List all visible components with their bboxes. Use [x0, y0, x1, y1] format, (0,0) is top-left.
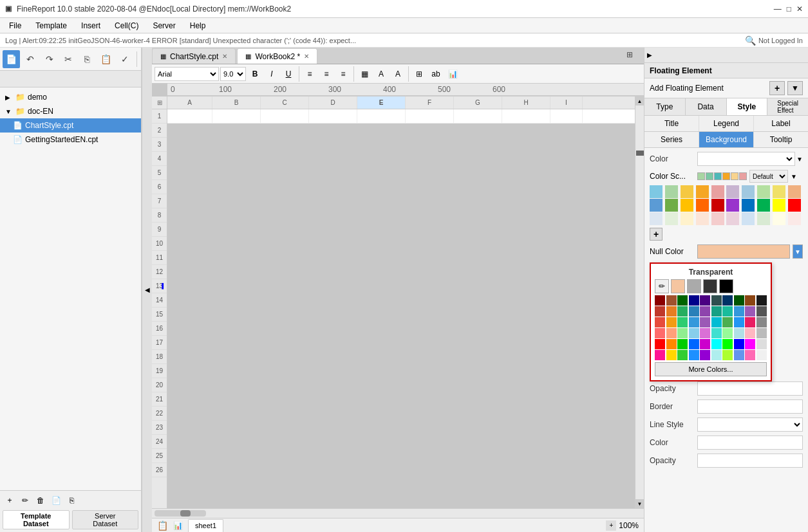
h-scrollbar[interactable]	[152, 509, 644, 518]
line-style-select[interactable]	[697, 417, 803, 432]
font-color-btn[interactable]: A	[390, 67, 406, 81]
right-panel-collapse[interactable]: ▶	[644, 48, 808, 63]
palette-swatch-8[interactable]	[773, 185, 785, 198]
tree-item-demo[interactable]: ▶ 📁 demo	[0, 90, 141, 104]
opacity-input-1[interactable]	[697, 381, 803, 396]
cell-G1[interactable]	[454, 109, 502, 124]
subtab-label[interactable]: Label	[754, 116, 808, 131]
cp-swatch-56[interactable]	[722, 350, 733, 360]
palette-swatch-6[interactable]	[742, 185, 755, 198]
cp-swatch-0[interactable]	[655, 295, 665, 306]
palette-swatch-17[interactable]	[757, 199, 770, 212]
palette-swatch-5[interactable]	[726, 185, 739, 198]
cp-swatch-24[interactable]	[700, 317, 710, 327]
cp-swatch-54[interactable]	[700, 350, 710, 360]
tree-item-chartstyle[interactable]: 📄 ChartStyle.cpt	[0, 118, 141, 133]
cp-swatch-50[interactable]	[655, 350, 665, 360]
subtab-background[interactable]: Background	[699, 132, 754, 147]
cp-swatch-14[interactable]	[700, 306, 710, 316]
tab-close-workbook2[interactable]: ✕	[304, 53, 309, 60]
left-collapse-btn[interactable]: ◀	[142, 48, 152, 532]
delete-dataset-btn[interactable]: 🗑	[33, 493, 48, 508]
cp-swatch-21[interactable]	[666, 317, 677, 327]
close-btn[interactable]: ✕	[796, 5, 803, 14]
cp-swatch-4[interactable]	[700, 295, 710, 306]
minimize-btn[interactable]: —	[774, 5, 782, 14]
palette-swatch-20[interactable]	[650, 212, 662, 225]
tab-style[interactable]: Style	[727, 98, 768, 115]
scroll-up-btn[interactable]: ▲	[635, 96, 644, 105]
palette-swatch-25[interactable]	[726, 212, 739, 225]
col-header-F[interactable]: F	[406, 96, 454, 109]
menu-template[interactable]: Template	[29, 20, 73, 32]
palette-swatch-24[interactable]	[711, 212, 724, 225]
cp-swatch-17[interactable]	[734, 306, 744, 316]
cell-D1[interactable]	[309, 109, 357, 124]
palette-swatch-22[interactable]	[681, 212, 693, 225]
tab-workbook2[interactable]: ▦ WorkBook2 * ✕	[237, 48, 317, 64]
fill-color-btn[interactable]: A	[373, 67, 389, 81]
v-scrollbar[interactable]: ▲ ▼	[635, 96, 644, 508]
col-header-I[interactable]: I	[550, 96, 583, 109]
palette-swatch-21[interactable]	[665, 212, 678, 225]
window-controls[interactable]: — □ ✕	[774, 5, 803, 14]
palette-swatch-26[interactable]	[742, 212, 755, 225]
cp-swatch-45[interactable]	[711, 339, 722, 349]
cp-swatch-37[interactable]	[734, 328, 744, 338]
add-floating-btn[interactable]: +	[769, 81, 785, 95]
palette-swatch-29[interactable]	[788, 212, 801, 225]
underline-btn[interactable]: U	[281, 67, 296, 81]
cp-swatch-8[interactable]	[745, 295, 755, 306]
sheet1-tab[interactable]: sheet1	[188, 519, 223, 532]
swatch-5[interactable]	[731, 172, 738, 180]
tab-chartstyle[interactable]: ▦ ChartStyle.cpt ✕	[152, 48, 236, 64]
menu-file[interactable]: File	[3, 20, 28, 32]
palette-swatch-16[interactable]	[742, 199, 755, 212]
cp-swatch-23[interactable]	[689, 317, 699, 327]
cell-E1[interactable]	[357, 109, 406, 124]
col-header-E[interactable]: E	[357, 96, 406, 109]
cp-swatch-25[interactable]	[711, 317, 722, 327]
palette-swatch-10[interactable]	[650, 199, 662, 212]
cp-swatch-48[interactable]	[745, 339, 755, 349]
col-header-H[interactable]: H	[502, 96, 550, 109]
more-colors-btn[interactable]: More Colors...	[655, 362, 767, 376]
border-btn[interactable]: ▦	[357, 67, 372, 81]
new-btn[interactable]: 📄	[3, 50, 20, 68]
cell-B1[interactable]	[212, 109, 261, 124]
tab-close-chartstyle[interactable]: ✕	[222, 53, 227, 60]
swatch-4[interactable]	[722, 172, 730, 180]
palette-swatch-3[interactable]	[696, 185, 709, 198]
cp-swatch-57[interactable]	[734, 350, 744, 360]
tree-item-gettingstarted[interactable]: 📄 GettingStartedEN.cpt	[0, 133, 141, 147]
tab-type[interactable]: Type	[644, 98, 686, 115]
cp-swatch-44[interactable]	[700, 339, 710, 349]
paste-btn[interactable]: 📋	[97, 50, 115, 68]
cp-swatch-29[interactable]	[756, 317, 767, 327]
check-btn[interactable]: ✓	[117, 50, 134, 68]
palette-swatch-23[interactable]	[696, 212, 709, 225]
cp-swatch-42[interactable]	[677, 339, 688, 349]
cp-swatch-33[interactable]	[689, 328, 699, 338]
cp-swatch-11[interactable]	[666, 306, 677, 316]
cp-swatch-7[interactable]	[734, 295, 744, 306]
redo-btn[interactable]: ↷	[41, 50, 58, 68]
cp-swatch-43[interactable]	[689, 339, 699, 349]
col-header-D[interactable]: D	[309, 96, 357, 109]
grid-scroll-area[interactable]: A B C D E F G H I 👁	[167, 96, 635, 508]
swatch-6[interactable]	[739, 172, 747, 180]
null-color-btn[interactable]	[697, 244, 790, 259]
swatch-3[interactable]	[714, 172, 722, 180]
tab-data[interactable]: Data	[686, 98, 727, 115]
tab-special-effect[interactable]: SpecialEffect	[767, 98, 808, 115]
wrap-btn[interactable]: ab	[428, 67, 444, 81]
cp-swatch-34[interactable]	[700, 328, 710, 338]
cp-swatch-26[interactable]	[722, 317, 733, 327]
tab-menu-btn[interactable]: ⊞	[621, 48, 639, 64]
refresh-btn[interactable]: ↶	[21, 50, 39, 68]
swatch-1[interactable]	[697, 172, 705, 180]
cp-swatch-9[interactable]	[756, 295, 767, 306]
cp-swatch-47[interactable]	[734, 339, 744, 349]
cp-swatch-46[interactable]	[722, 339, 733, 349]
null-color-dropdown-btn[interactable]: ▼	[793, 244, 803, 259]
